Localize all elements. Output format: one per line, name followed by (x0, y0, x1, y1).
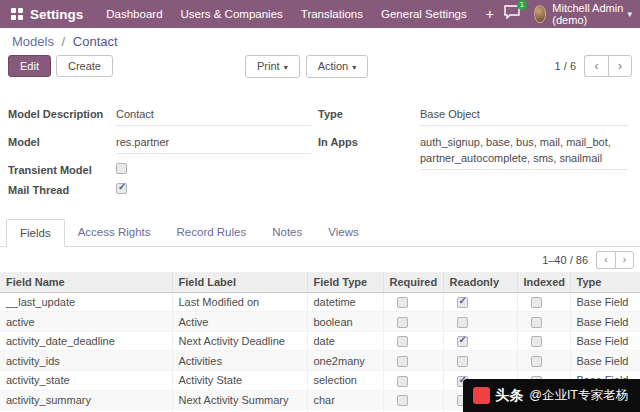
cell-field-name[interactable]: activity_summary (0, 390, 172, 410)
indexed-checkbox (531, 336, 542, 347)
toutiao-logo-icon (473, 387, 490, 404)
field-label: Type (318, 107, 420, 120)
cell-required[interactable] (383, 351, 443, 371)
cell-indexed[interactable] (517, 331, 570, 351)
messages-icon[interactable]: 1 (504, 5, 520, 23)
cell-type[interactable]: Base Field (570, 331, 640, 351)
cell-type[interactable]: Base Field (570, 292, 640, 312)
cell-field-label[interactable]: Activity State (172, 371, 307, 391)
cell-field-label[interactable]: Last Modified on (172, 292, 307, 312)
list-next-button[interactable]: › (615, 251, 634, 269)
cell-readonly[interactable] (443, 312, 517, 332)
cell-field-name[interactable]: activity_date_deadline (0, 331, 172, 351)
column-field-type[interactable]: Field Type (307, 272, 383, 293)
cell-readonly[interactable] (443, 331, 517, 351)
indexed-checkbox (531, 356, 542, 367)
cell-field-name[interactable]: activity_state (0, 371, 172, 391)
cell-field-type[interactable]: char (307, 390, 383, 410)
user-menu[interactable]: Mitchell Admin (demo) (552, 2, 623, 26)
nav-item-users-companies[interactable]: Users & Companies (172, 0, 292, 28)
readonly-checkbox (457, 356, 468, 367)
table-header-row: Field Name Field Label Field Type Requir… (0, 272, 640, 293)
action-menu-button[interactable]: Action▾ (306, 55, 369, 78)
cell-type[interactable]: Base Field (570, 312, 640, 332)
plus-icon[interactable]: + (476, 6, 504, 22)
nav-item-dashboard[interactable]: Dashboard (97, 0, 171, 28)
column-type[interactable]: Type (570, 272, 640, 293)
cell-field-type[interactable]: date (307, 331, 383, 351)
list-previous-button[interactable]: ‹ (596, 251, 615, 269)
cell-field-label[interactable]: Next Activity Deadline (172, 331, 307, 351)
top-navbar: Settings Dashboard Users & Companies Tra… (0, 0, 640, 28)
cell-type[interactable]: Base Field (570, 351, 640, 371)
odoo-window: Settings Dashboard Users & Companies Tra… (0, 0, 640, 412)
required-checkbox (397, 336, 408, 347)
cell-required[interactable] (383, 331, 443, 351)
print-menu-button[interactable]: Print▾ (245, 55, 300, 78)
apps-grid-icon[interactable] (11, 8, 23, 20)
column-readonly[interactable]: Readonly (443, 272, 517, 293)
tab-record-rules[interactable]: Record Rules (164, 219, 260, 247)
field-type: Type Base Object (318, 107, 628, 126)
user-avatar[interactable] (534, 5, 546, 23)
cell-readonly[interactable] (443, 292, 517, 312)
cell-indexed[interactable] (517, 292, 570, 312)
field-value: Contact (116, 107, 311, 126)
transient-model-checkbox (116, 163, 127, 174)
indexed-checkbox (531, 317, 542, 328)
notebook-tabs: Fields Access Rights Record Rules Notes … (0, 218, 640, 247)
column-field-name[interactable]: Field Name (0, 272, 172, 293)
tab-notes[interactable]: Notes (259, 219, 315, 247)
app-name[interactable]: Settings (30, 7, 83, 22)
cell-field-type[interactable]: one2many (307, 351, 383, 371)
table-row[interactable]: activity_ids Activities one2many Base Fi… (0, 351, 640, 371)
breadcrumb-current: Contact (73, 34, 118, 49)
message-count-badge: 1 (517, 0, 527, 10)
watermark-brand: 头条 (495, 387, 523, 405)
tab-views[interactable]: Views (315, 219, 371, 247)
cell-field-label[interactable]: Next Activity Summary (172, 390, 307, 410)
cell-field-name[interactable]: active (0, 312, 172, 332)
edit-button[interactable]: Edit (8, 55, 51, 77)
cell-required[interactable] (383, 292, 443, 312)
field-label: Mail Thread (8, 183, 116, 196)
column-field-label[interactable]: Field Label (172, 272, 307, 293)
mail-thread-checkbox (116, 183, 127, 194)
pager-next-button[interactable]: › (608, 55, 632, 77)
cell-required[interactable] (383, 371, 443, 391)
cell-field-type[interactable]: datetime (307, 292, 383, 312)
caret-down-icon: ▾ (284, 63, 288, 72)
cell-required[interactable] (383, 312, 443, 332)
column-indexed[interactable]: Indexed (517, 272, 570, 293)
column-required[interactable]: Required (383, 272, 443, 293)
watermark-handle: @企业IT专家老杨 (529, 387, 628, 404)
table-row[interactable]: activity_date_deadline Next Activity Dea… (0, 331, 640, 351)
tab-access-rights[interactable]: Access Rights (65, 219, 164, 247)
list-pager: 1–40 / 86 ‹ › (0, 247, 640, 272)
cell-field-name[interactable]: activity_ids (0, 351, 172, 371)
field-value: Base Object (420, 107, 628, 126)
cell-field-label[interactable]: Activities (172, 351, 307, 371)
cell-indexed[interactable] (517, 312, 570, 332)
table-row[interactable]: __last_update Last Modified on datetime … (0, 292, 640, 312)
cell-required[interactable] (383, 390, 443, 410)
form-sheet: Model Description Contact Model res.part… (0, 85, 640, 203)
field-label: In Apps (318, 135, 420, 148)
cell-field-label[interactable]: Active (172, 312, 307, 332)
create-button[interactable]: Create (56, 55, 113, 77)
cell-readonly[interactable] (443, 351, 517, 371)
cell-field-type[interactable]: boolean (307, 312, 383, 332)
nav-item-translations[interactable]: Translations (292, 0, 372, 28)
list-pager-count: 1–40 / 86 (542, 254, 588, 266)
required-checkbox (397, 317, 408, 328)
pager-previous-button[interactable]: ‹ (584, 55, 608, 77)
readonly-checkbox (457, 317, 468, 328)
form-left-column: Model Description Contact Model res.part… (8, 107, 318, 203)
cell-field-type[interactable]: selection (307, 371, 383, 391)
cell-field-name[interactable]: __last_update (0, 292, 172, 312)
breadcrumb-models-link[interactable]: Models (12, 34, 54, 49)
cell-indexed[interactable] (517, 351, 570, 371)
tab-fields[interactable]: Fields (6, 219, 65, 247)
nav-item-general-settings[interactable]: General Settings (372, 0, 476, 28)
table-row[interactable]: active Active boolean Base Field (0, 312, 640, 332)
